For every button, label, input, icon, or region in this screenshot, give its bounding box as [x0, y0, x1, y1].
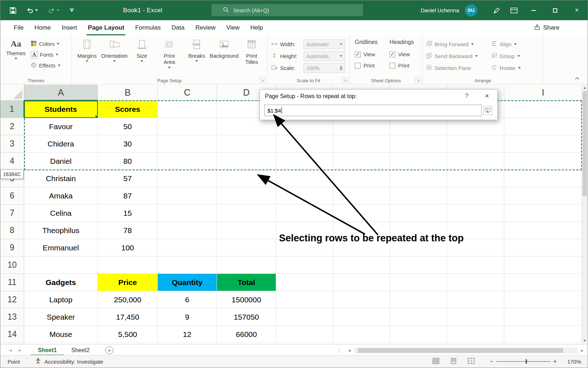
- collapse-ribbon-button[interactable]: [575, 75, 580, 81]
- dialog-close-button[interactable]: ×: [481, 91, 493, 101]
- cell-E5[interactable]: [276, 170, 333, 187]
- cell-A6[interactable]: Amaka: [24, 187, 98, 205]
- share-button[interactable]: Share: [534, 20, 559, 35]
- column-header-I[interactable]: I: [504, 85, 582, 101]
- orientation-button[interactable]: Orientation: [101, 36, 128, 74]
- horizontal-scrollbar-thumb[interactable]: [358, 348, 563, 353]
- cell-G11[interactable]: [390, 274, 447, 291]
- cell-I2[interactable]: [504, 118, 582, 135]
- headings-view-checkbox[interactable]: View: [389, 49, 419, 60]
- align-button[interactable]: Align: [491, 38, 521, 50]
- cell-A4[interactable]: Daniel: [24, 153, 98, 170]
- zoom-out-button[interactable]: −: [490, 358, 493, 365]
- row-header-8[interactable]: 8: [0, 222, 24, 239]
- cell-D11[interactable]: Total: [217, 274, 276, 291]
- cell-C5[interactable]: [158, 170, 217, 187]
- cell-F13[interactable]: [333, 308, 390, 326]
- cell-H4[interactable]: [447, 153, 504, 170]
- cell-F3[interactable]: [333, 135, 390, 153]
- cell-D3[interactable]: [217, 135, 276, 153]
- cell-I8[interactable]: [504, 222, 582, 239]
- cell-B7[interactable]: 15: [98, 205, 158, 222]
- cell-B1[interactable]: Scores: [98, 101, 158, 118]
- scroll-down-icon[interactable]: ▼: [582, 339, 588, 342]
- user-name[interactable]: Daniel Uchenna: [421, 7, 459, 13]
- row-header-13[interactable]: 13: [0, 308, 24, 326]
- sheet-options-dialog-launcher[interactable]: ↘: [415, 77, 421, 83]
- row-header-4[interactable]: 4: [0, 153, 24, 170]
- fonts-button[interactable]: A Fonts: [31, 50, 61, 60]
- cell-B14[interactable]: 5,500: [98, 326, 158, 343]
- cell-G12[interactable]: [390, 291, 447, 308]
- cell-E10[interactable]: [276, 257, 333, 274]
- group-button[interactable]: Group: [491, 50, 521, 62]
- cell-D2[interactable]: [217, 118, 276, 135]
- cell-G14[interactable]: [390, 326, 447, 343]
- cell-G3[interactable]: [390, 135, 447, 153]
- vertical-scrollbar-thumb[interactable]: [583, 91, 587, 196]
- cell-F11[interactable]: [333, 274, 390, 291]
- cell-C10[interactable]: [158, 257, 217, 274]
- normal-view-icon[interactable]: [432, 358, 439, 365]
- cell-F2[interactable]: [333, 118, 390, 135]
- horizontal-scrollbar-track[interactable]: [354, 347, 578, 354]
- cell-I7[interactable]: [504, 205, 582, 222]
- cell-H12[interactable]: [447, 291, 504, 308]
- colors-button[interactable]: Colors: [31, 39, 61, 49]
- cell-E2[interactable]: [276, 118, 333, 135]
- tab-home[interactable]: Home: [29, 20, 56, 35]
- sheet-tab-sheet2[interactable]: Sheet2: [64, 345, 97, 356]
- save-icon[interactable]: [10, 7, 16, 14]
- cell-H11[interactable]: [447, 274, 504, 291]
- cell-B9[interactable]: 100: [98, 239, 158, 257]
- cell-D9[interactable]: [217, 239, 276, 257]
- page-layout-view-icon[interactable]: [450, 358, 457, 365]
- row-header-7[interactable]: 7: [0, 205, 24, 222]
- cell-D8[interactable]: [217, 222, 276, 239]
- scroll-up-icon[interactable]: ▲: [582, 86, 588, 89]
- redo-dropdown-icon[interactable]: [57, 9, 60, 11]
- zoom-slider-thumb[interactable]: [526, 359, 527, 364]
- horizontal-scrollbar[interactable]: ◂ ▸: [346, 346, 585, 355]
- row-header-1[interactable]: 1: [0, 101, 24, 118]
- column-header-A[interactable]: A: [24, 85, 98, 101]
- scale-input[interactable]: 100%: [304, 63, 345, 73]
- cell-A7[interactable]: Celina: [24, 205, 98, 222]
- cell-B12[interactable]: 250,000: [98, 291, 158, 308]
- bring-forward-button[interactable]: Bring Forward: [426, 38, 478, 50]
- cell-I14[interactable]: [504, 326, 582, 343]
- margins-button[interactable]: Margins: [73, 36, 101, 74]
- cell-F7[interactable]: [333, 205, 390, 222]
- ribbon-display-options-icon[interactable]: [505, 0, 523, 20]
- cell-B13[interactable]: 17,450: [98, 308, 158, 326]
- selection-pane-button[interactable]: Selection Pane: [426, 62, 478, 74]
- row-header-9[interactable]: 9: [0, 239, 24, 257]
- rows-to-repeat-input[interactable]: $1:$4: [264, 105, 482, 116]
- cell-G10[interactable]: [390, 257, 447, 274]
- cell-I5[interactable]: [504, 170, 582, 187]
- cell-A11[interactable]: Gadgets: [24, 274, 98, 291]
- cell-E4[interactable]: [276, 153, 333, 170]
- page-break-preview-icon[interactable]: [468, 358, 475, 365]
- undo-dropdown-icon[interactable]: [35, 9, 38, 11]
- redo-button[interactable]: [48, 8, 60, 13]
- column-header-C[interactable]: C: [158, 85, 217, 101]
- cell-H14[interactable]: [447, 326, 504, 343]
- cell-H13[interactable]: [447, 308, 504, 326]
- row-header-3[interactable]: 3: [0, 135, 24, 153]
- row-header-12[interactable]: 12: [0, 291, 24, 308]
- zoom-in-button[interactable]: +: [553, 358, 557, 365]
- cell-I6[interactable]: [504, 187, 582, 205]
- cell-B3[interactable]: 30: [98, 135, 158, 153]
- cell-F12[interactable]: [333, 291, 390, 308]
- cell-C2[interactable]: [158, 118, 217, 135]
- tab-scroll-right-icon[interactable]: ▸: [16, 347, 24, 353]
- cell-B6[interactable]: 87: [98, 187, 158, 205]
- print-titles-button[interactable]: Print Titles: [238, 36, 265, 74]
- cell-I11[interactable]: [504, 274, 582, 291]
- minimize-button[interactable]: [523, 0, 544, 20]
- pen-icon[interactable]: [488, 0, 505, 20]
- cell-C1[interactable]: [158, 101, 217, 118]
- cell-I1[interactable]: [504, 101, 582, 118]
- headings-print-checkbox[interactable]: Print: [389, 60, 419, 71]
